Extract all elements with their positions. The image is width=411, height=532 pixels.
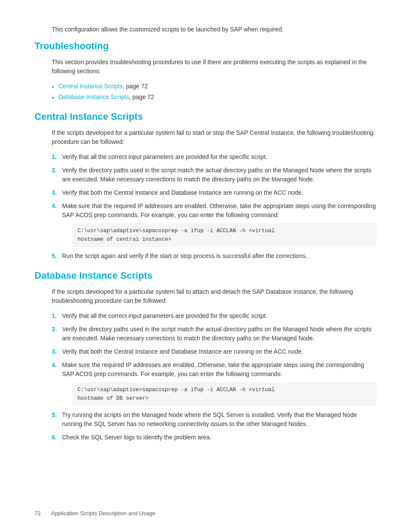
bullet-database: Database Instance Scripts, page 72 (52, 93, 377, 102)
database-link[interactable]: Database Instance Scripts (59, 93, 129, 100)
central-instance-intro: If the scripts developed for a particula… (52, 128, 377, 146)
db-step-4-text: Make sure the required IP addresses are … (62, 361, 364, 377)
footer-page-num: 72 (34, 510, 40, 516)
central-step-2-num: 2. (52, 166, 57, 175)
database-instance-intro: If the scripts developed for a particula… (52, 287, 377, 305)
db-step-1: 1. Verify that all the correct input par… (52, 311, 377, 320)
central-step-3: 3. Verify that both the Central Instance… (52, 188, 377, 197)
central-step-4-num: 4. (52, 202, 57, 211)
troubleshooting-title: Troubleshooting (34, 40, 377, 52)
central-step-4-code: C:\usr\sap\adaptive\sapacosprep -a ifup … (72, 223, 377, 247)
page-footer: 72 Application Scripts Description and U… (34, 510, 156, 516)
central-instance-title: Central Instance Scripts (34, 111, 377, 122)
db-step-3-text: Verify that both the Central Instance an… (62, 348, 303, 355)
central-step-1: 1. Verify that all the correct input par… (52, 152, 377, 162)
troubleshooting-body: This section provides troubleshooting pr… (52, 58, 377, 102)
bullet-database-suffix: , page 72 (129, 93, 154, 100)
troubleshooting-intro: This section provides troubleshooting pr… (52, 58, 377, 76)
central-step-1-num: 1. (52, 152, 57, 162)
central-step-5: 5. Run the script again and verify if th… (52, 252, 377, 261)
database-instance-body: If the scripts developed for a particula… (52, 287, 377, 442)
page: This configuration allows the customized… (0, 0, 411, 532)
database-instance-section: Database Instance Scripts If the scripts… (34, 270, 377, 442)
db-step-6-num: 6. (52, 433, 57, 442)
central-instance-body: If the scripts developed for a particula… (52, 128, 377, 261)
central-step-3-num: 3. (52, 188, 57, 197)
db-step-2: 2. Verify the directory paths used in th… (52, 325, 377, 343)
db-step-4-num: 4. (52, 361, 57, 370)
db-step-4: 4. Make sure the required IP addresses a… (52, 361, 377, 406)
central-step-2: 2. Verify the directory paths used in th… (52, 166, 377, 184)
intro-text: This configuration allows the customized… (52, 26, 377, 33)
troubleshooting-section: Troubleshooting This section provides tr… (34, 40, 377, 102)
footer-title: Application Scripts Description and Usag… (51, 510, 155, 516)
db-step-5: 5. Try running the scripts on the Manage… (52, 411, 377, 429)
central-step-4-text: Make sure that the required IP addresses… (62, 202, 376, 218)
bullet-central: Central Instance Scripts, page 72 (52, 82, 377, 91)
central-instance-section: Central Instance Scripts If the scripts … (34, 111, 377, 261)
central-step-2-text: Verify the directory paths used in the s… (62, 167, 371, 183)
central-step-3-text: Verify that both the Central Instance an… (62, 189, 303, 196)
db-step-5-num: 5. (52, 411, 57, 420)
bullet-central-suffix: , page 72 (123, 83, 148, 90)
db-step-6-text: Check the SQL Server logs to identify th… (62, 434, 212, 441)
db-step-6: 6. Check the SQL Server logs to identify… (52, 433, 377, 442)
central-step-5-text: Run the script again and verify if the s… (62, 252, 307, 259)
troubleshooting-bullets: Central Instance Scripts, page 72 Databa… (52, 82, 377, 102)
db-step-3: 3. Verify that both the Central Instance… (52, 347, 377, 356)
db-step-1-num: 1. (52, 311, 57, 320)
db-step-2-text: Verify the directory paths used in the s… (62, 326, 371, 342)
db-step-2-num: 2. (52, 325, 57, 334)
database-instance-steps: 1. Verify that all the correct input par… (52, 311, 377, 442)
central-step-5-num: 5. (52, 252, 57, 261)
database-instance-title: Database Instance Scripts (34, 270, 377, 281)
central-step-1-text: Verify that all the correct input parame… (62, 153, 267, 160)
central-instance-steps: 1. Verify that all the correct input par… (52, 152, 377, 261)
db-step-5-text: Try running the scripts on the Managed N… (62, 411, 357, 427)
central-step-4: 4. Make sure that the required IP addres… (52, 202, 377, 247)
db-step-4-code: C:\usr\sap\adaptive>sapacosprep -a ifup … (72, 382, 377, 406)
central-link[interactable]: Central Instance Scripts (59, 83, 123, 90)
db-step-3-num: 3. (52, 347, 57, 356)
db-step-1-text: Verify that all the correct input parame… (62, 312, 267, 319)
